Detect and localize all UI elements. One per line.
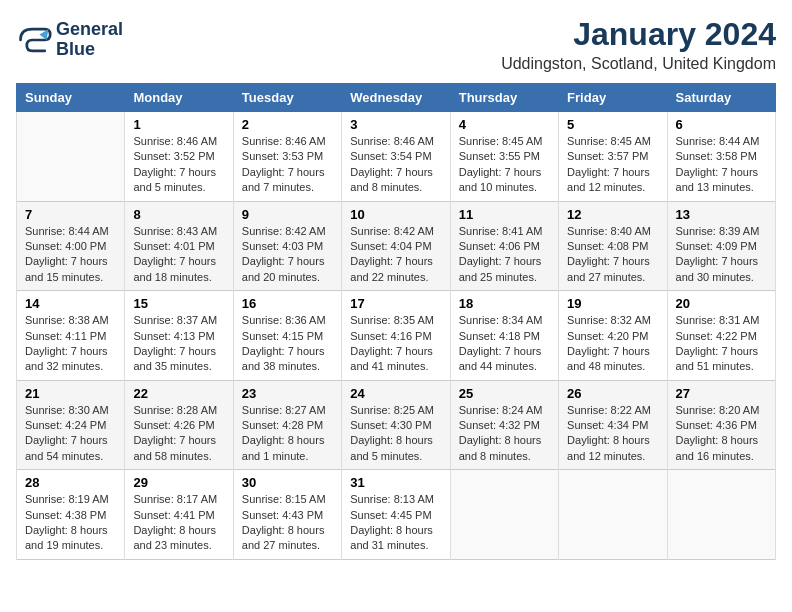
calendar-cell: 18Sunrise: 8:34 AMSunset: 4:18 PMDayligh…	[450, 291, 558, 381]
date-number: 19	[567, 296, 658, 311]
date-number: 20	[676, 296, 767, 311]
calendar-week-4: 21Sunrise: 8:30 AMSunset: 4:24 PMDayligh…	[17, 380, 776, 470]
cell-content: Sunrise: 8:42 AMSunset: 4:04 PMDaylight:…	[350, 224, 441, 286]
date-number: 27	[676, 386, 767, 401]
date-number: 12	[567, 207, 658, 222]
header-day-sunday: Sunday	[17, 84, 125, 112]
date-number: 3	[350, 117, 441, 132]
page-header: General Blue January 2024 Uddingston, Sc…	[16, 16, 776, 73]
date-number: 14	[25, 296, 116, 311]
header-day-friday: Friday	[559, 84, 667, 112]
cell-content: Sunrise: 8:15 AMSunset: 4:43 PMDaylight:…	[242, 492, 333, 554]
date-number: 6	[676, 117, 767, 132]
calendar-cell: 25Sunrise: 8:24 AMSunset: 4:32 PMDayligh…	[450, 380, 558, 470]
calendar-week-2: 7Sunrise: 8:44 AMSunset: 4:00 PMDaylight…	[17, 201, 776, 291]
calendar-cell	[667, 470, 775, 560]
cell-content: Sunrise: 8:44 AMSunset: 4:00 PMDaylight:…	[25, 224, 116, 286]
calendar-subtitle: Uddingston, Scotland, United Kingdom	[501, 55, 776, 73]
calendar-cell: 21Sunrise: 8:30 AMSunset: 4:24 PMDayligh…	[17, 380, 125, 470]
calendar-cell: 31Sunrise: 8:13 AMSunset: 4:45 PMDayligh…	[342, 470, 450, 560]
date-number: 30	[242, 475, 333, 490]
date-number: 21	[25, 386, 116, 401]
calendar-cell	[17, 112, 125, 202]
date-number: 18	[459, 296, 550, 311]
cell-content: Sunrise: 8:44 AMSunset: 3:58 PMDaylight:…	[676, 134, 767, 196]
cell-content: Sunrise: 8:46 AMSunset: 3:53 PMDaylight:…	[242, 134, 333, 196]
calendar-week-3: 14Sunrise: 8:38 AMSunset: 4:11 PMDayligh…	[17, 291, 776, 381]
cell-content: Sunrise: 8:42 AMSunset: 4:03 PMDaylight:…	[242, 224, 333, 286]
date-number: 5	[567, 117, 658, 132]
header-day-saturday: Saturday	[667, 84, 775, 112]
calendar-cell	[450, 470, 558, 560]
calendar-cell: 28Sunrise: 8:19 AMSunset: 4:38 PMDayligh…	[17, 470, 125, 560]
calendar-header-row: SundayMondayTuesdayWednesdayThursdayFrid…	[17, 84, 776, 112]
cell-content: Sunrise: 8:13 AMSunset: 4:45 PMDaylight:…	[350, 492, 441, 554]
date-number: 7	[25, 207, 116, 222]
date-number: 22	[133, 386, 224, 401]
date-number: 23	[242, 386, 333, 401]
cell-content: Sunrise: 8:24 AMSunset: 4:32 PMDaylight:…	[459, 403, 550, 465]
date-number: 31	[350, 475, 441, 490]
calendar-cell: 4Sunrise: 8:45 AMSunset: 3:55 PMDaylight…	[450, 112, 558, 202]
calendar-cell	[559, 470, 667, 560]
logo: General Blue	[16, 20, 123, 60]
cell-content: Sunrise: 8:30 AMSunset: 4:24 PMDaylight:…	[25, 403, 116, 465]
calendar-cell: 14Sunrise: 8:38 AMSunset: 4:11 PMDayligh…	[17, 291, 125, 381]
calendar-cell: 12Sunrise: 8:40 AMSunset: 4:08 PMDayligh…	[559, 201, 667, 291]
date-number: 24	[350, 386, 441, 401]
calendar-cell: 11Sunrise: 8:41 AMSunset: 4:06 PMDayligh…	[450, 201, 558, 291]
date-number: 13	[676, 207, 767, 222]
calendar-cell: 24Sunrise: 8:25 AMSunset: 4:30 PMDayligh…	[342, 380, 450, 470]
cell-content: Sunrise: 8:32 AMSunset: 4:20 PMDaylight:…	[567, 313, 658, 375]
header-day-monday: Monday	[125, 84, 233, 112]
cell-content: Sunrise: 8:46 AMSunset: 3:52 PMDaylight:…	[133, 134, 224, 196]
calendar-cell: 29Sunrise: 8:17 AMSunset: 4:41 PMDayligh…	[125, 470, 233, 560]
date-number: 8	[133, 207, 224, 222]
date-number: 28	[25, 475, 116, 490]
date-number: 11	[459, 207, 550, 222]
cell-content: Sunrise: 8:19 AMSunset: 4:38 PMDaylight:…	[25, 492, 116, 554]
logo-text: General Blue	[56, 20, 123, 60]
calendar-title: January 2024	[501, 16, 776, 53]
cell-content: Sunrise: 8:28 AMSunset: 4:26 PMDaylight:…	[133, 403, 224, 465]
date-number: 26	[567, 386, 658, 401]
cell-content: Sunrise: 8:34 AMSunset: 4:18 PMDaylight:…	[459, 313, 550, 375]
cell-content: Sunrise: 8:20 AMSunset: 4:36 PMDaylight:…	[676, 403, 767, 465]
header-day-tuesday: Tuesday	[233, 84, 341, 112]
calendar-cell: 1Sunrise: 8:46 AMSunset: 3:52 PMDaylight…	[125, 112, 233, 202]
calendar-cell: 20Sunrise: 8:31 AMSunset: 4:22 PMDayligh…	[667, 291, 775, 381]
date-number: 10	[350, 207, 441, 222]
cell-content: Sunrise: 8:37 AMSunset: 4:13 PMDaylight:…	[133, 313, 224, 375]
logo-icon	[16, 22, 52, 58]
calendar-cell: 8Sunrise: 8:43 AMSunset: 4:01 PMDaylight…	[125, 201, 233, 291]
calendar-cell: 19Sunrise: 8:32 AMSunset: 4:20 PMDayligh…	[559, 291, 667, 381]
calendar-week-5: 28Sunrise: 8:19 AMSunset: 4:38 PMDayligh…	[17, 470, 776, 560]
cell-content: Sunrise: 8:17 AMSunset: 4:41 PMDaylight:…	[133, 492, 224, 554]
header-day-wednesday: Wednesday	[342, 84, 450, 112]
date-number: 16	[242, 296, 333, 311]
date-number: 4	[459, 117, 550, 132]
calendar-cell: 15Sunrise: 8:37 AMSunset: 4:13 PMDayligh…	[125, 291, 233, 381]
cell-content: Sunrise: 8:43 AMSunset: 4:01 PMDaylight:…	[133, 224, 224, 286]
calendar-cell: 16Sunrise: 8:36 AMSunset: 4:15 PMDayligh…	[233, 291, 341, 381]
calendar-table: SundayMondayTuesdayWednesdayThursdayFrid…	[16, 83, 776, 560]
header-day-thursday: Thursday	[450, 84, 558, 112]
calendar-cell: 7Sunrise: 8:44 AMSunset: 4:00 PMDaylight…	[17, 201, 125, 291]
cell-content: Sunrise: 8:25 AMSunset: 4:30 PMDaylight:…	[350, 403, 441, 465]
date-number: 17	[350, 296, 441, 311]
calendar-week-1: 1Sunrise: 8:46 AMSunset: 3:52 PMDaylight…	[17, 112, 776, 202]
cell-content: Sunrise: 8:40 AMSunset: 4:08 PMDaylight:…	[567, 224, 658, 286]
cell-content: Sunrise: 8:35 AMSunset: 4:16 PMDaylight:…	[350, 313, 441, 375]
date-number: 9	[242, 207, 333, 222]
calendar-cell: 6Sunrise: 8:44 AMSunset: 3:58 PMDaylight…	[667, 112, 775, 202]
cell-content: Sunrise: 8:45 AMSunset: 3:55 PMDaylight:…	[459, 134, 550, 196]
calendar-cell: 17Sunrise: 8:35 AMSunset: 4:16 PMDayligh…	[342, 291, 450, 381]
date-number: 25	[459, 386, 550, 401]
cell-content: Sunrise: 8:22 AMSunset: 4:34 PMDaylight:…	[567, 403, 658, 465]
calendar-cell: 5Sunrise: 8:45 AMSunset: 3:57 PMDaylight…	[559, 112, 667, 202]
calendar-cell: 30Sunrise: 8:15 AMSunset: 4:43 PMDayligh…	[233, 470, 341, 560]
calendar-cell: 22Sunrise: 8:28 AMSunset: 4:26 PMDayligh…	[125, 380, 233, 470]
calendar-cell: 26Sunrise: 8:22 AMSunset: 4:34 PMDayligh…	[559, 380, 667, 470]
date-number: 2	[242, 117, 333, 132]
cell-content: Sunrise: 8:46 AMSunset: 3:54 PMDaylight:…	[350, 134, 441, 196]
